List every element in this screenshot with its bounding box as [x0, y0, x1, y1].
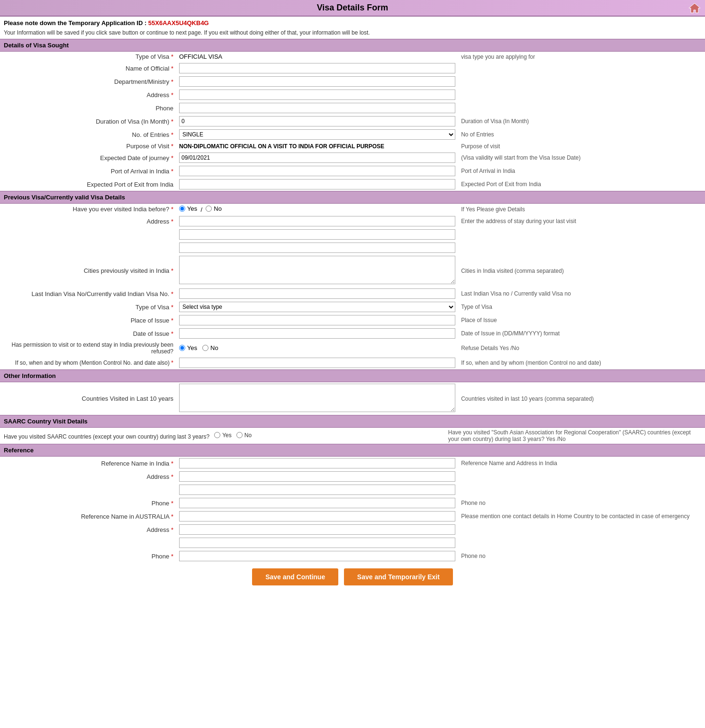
prev-type-of-visa-row: Type of Visa * Select visa type Tourist …	[0, 300, 705, 314]
other-info-table: Countries Visited in Last 10 years Count…	[0, 382, 705, 415]
type-of-visa-label: Type of Visa *	[0, 52, 176, 62]
bottom-buttons-bar: Save and Continue Save and Temporarily E…	[0, 563, 705, 593]
cities-textarea[interactable]	[179, 256, 455, 284]
refused-yes-label[interactable]: Yes	[179, 344, 197, 351]
countries-visited-hint: Countries visited in last 10 years (comm…	[458, 382, 705, 415]
prev-type-of-visa-hint: Type of Visa	[458, 300, 705, 314]
saarc-no-radio[interactable]	[236, 432, 243, 438]
save-exit-button[interactable]: Save and Temporarily Exit	[344, 568, 453, 585]
purpose-value: NON-DIPLOMATIC OFFICIAL ON A VISIT TO IN…	[179, 143, 384, 150]
expected-date-hint: (Visa validity will start from the Visa …	[458, 151, 705, 164]
ref-australia-name-row: Reference Name in AUSTRALIA * Please men…	[0, 510, 705, 523]
date-of-issue-input[interactable]	[179, 328, 455, 339]
reference-table: Reference Name in India * Reference Name…	[0, 457, 705, 563]
prev-type-of-visa-label: Type of Visa *	[0, 300, 176, 314]
duration-label: Duration of Visa (In Month) *	[0, 115, 176, 128]
refused-label: Has permission to visit or to extend sta…	[0, 340, 176, 356]
visited-before-row: Have you ever visited India before? * Ye…	[0, 204, 705, 215]
refused-yes-radio[interactable]	[179, 345, 185, 351]
ref-india-name-label: Reference Name in India *	[0, 457, 176, 470]
visited-no-label[interactable]: No	[206, 205, 222, 212]
last-visa-no-input[interactable]	[179, 288, 455, 299]
save-continue-button[interactable]: Save and Continue	[252, 568, 338, 585]
refused-hint: Refuse Details Yes /No	[458, 340, 705, 356]
ref-australia-address-input2[interactable]	[179, 538, 455, 548]
address-row: Address *	[0, 88, 705, 101]
ref-australia-name-input[interactable]	[179, 511, 455, 521]
saarc-yes-radio[interactable]	[214, 432, 220, 438]
prev-address-hint: Enter the address of stay during your la…	[458, 215, 705, 228]
name-of-official-input[interactable]	[179, 63, 455, 73]
saarc-yes-label[interactable]: Yes	[214, 432, 232, 439]
phone-row: Phone	[0, 101, 705, 115]
section-header-other-info: Other Information	[0, 369, 705, 382]
port-exit-hint: Expected Port of Exit from India	[458, 178, 705, 191]
section-header-saarc: SAARC Country Visit Details	[0, 415, 705, 428]
prev-address-row1: Address * Enter the address of stay duri…	[0, 215, 705, 228]
prev-address-row3	[0, 241, 705, 254]
purpose-hint: Purpose of visit	[458, 141, 705, 151]
ref-australia-phone-input[interactable]	[179, 551, 455, 561]
port-arrival-input[interactable]	[179, 166, 455, 176]
app-id-label: Please note down the Temporary Applicati…	[4, 19, 146, 27]
address-input[interactable]	[179, 90, 455, 100]
ref-india-address-label: Address *	[0, 470, 176, 483]
app-id-row: Please note down the Temporary Applicati…	[0, 17, 705, 28]
ref-india-address-row2	[0, 483, 705, 496]
prev-type-of-visa-select[interactable]: Select visa type Tourist Business Offici…	[179, 302, 455, 312]
refused-no-label[interactable]: No	[202, 344, 218, 351]
ref-india-phone-hint: Phone no	[458, 496, 705, 510]
page-title: Visa Details Form	[317, 3, 389, 12]
department-label: Department/Ministry *	[0, 75, 176, 88]
purpose-label: Purpose of Visit *	[0, 141, 176, 151]
visited-before-label: Have you ever visited India before? *	[0, 204, 176, 215]
ref-india-address-input2[interactable]	[179, 485, 455, 495]
ref-india-name-input[interactable]	[179, 458, 455, 468]
ref-india-phone-label: Phone *	[0, 496, 176, 510]
prev-address-row2	[0, 228, 705, 241]
visited-yes-label[interactable]: Yes	[179, 205, 197, 212]
ref-india-name-row: Reference Name in India * Reference Name…	[0, 457, 705, 470]
type-of-visa-required: *	[171, 53, 173, 60]
expected-date-label: Expected Date of journey *	[0, 151, 176, 164]
info-text: Your Information will be saved if you cl…	[0, 28, 705, 39]
countries-visited-textarea[interactable]	[179, 384, 455, 412]
section-header-reference: Reference	[0, 444, 705, 457]
section-header-previous-visa: Previous Visa/Currently valid Visa Detai…	[0, 191, 705, 204]
department-row: Department/Ministry *	[0, 75, 705, 88]
department-input[interactable]	[179, 76, 455, 87]
details-table: Type of Visa * OFFICIAL VISA visa type y…	[0, 52, 705, 191]
ref-india-address-input1[interactable]	[179, 471, 455, 482]
no-of-entries-row: No. of Entries * SINGLE DOUBLE MULTIPLE …	[0, 128, 705, 141]
expected-date-input[interactable]	[179, 153, 455, 163]
prev-address-input1[interactable]	[179, 216, 455, 226]
prev-address-input3[interactable]	[179, 243, 455, 253]
ref-india-phone-input[interactable]	[179, 498, 455, 508]
type-of-visa-value: OFFICIAL VISA	[176, 52, 458, 62]
phone-input[interactable]	[179, 103, 455, 113]
type-of-visa-hint: visa type you are applying for	[458, 52, 705, 62]
home-icon[interactable]	[688, 1, 701, 15]
visited-yes-radio[interactable]	[179, 206, 185, 212]
duration-input[interactable]	[179, 116, 455, 126]
visited-no-radio[interactable]	[206, 206, 212, 212]
duration-row: Duration of Visa (In Month) * Duration o…	[0, 115, 705, 128]
ref-australia-phone-row: Phone * Phone no	[0, 549, 705, 563]
duration-hint: Duration of Visa (In Month)	[458, 115, 705, 128]
ref-australia-address-row2	[0, 536, 705, 549]
ref-australia-name-label: Reference Name in AUSTRALIA *	[0, 510, 176, 523]
saarc-no-label[interactable]: No	[236, 432, 252, 439]
ref-india-phone-row: Phone * Phone no	[0, 496, 705, 510]
place-of-issue-input[interactable]	[179, 315, 455, 325]
saarc-question-label: Have you visited SAARC countries (except…	[0, 428, 445, 444]
cities-row: Cities previously visited in India * Cit…	[0, 254, 705, 287]
if-so-input[interactable]	[179, 358, 455, 368]
last-visa-no-row: Last Indian Visa No/Currently valid Indi…	[0, 287, 705, 300]
refused-no-radio[interactable]	[202, 345, 208, 351]
ref-australia-address-input1[interactable]	[179, 524, 455, 535]
refused-row: Has permission to visit or to extend sta…	[0, 340, 705, 356]
no-of-entries-select[interactable]: SINGLE DOUBLE MULTIPLE	[179, 129, 455, 140]
prev-address-input2[interactable]	[179, 229, 455, 240]
port-exit-input[interactable]	[179, 179, 455, 189]
date-of-issue-label: Date of Issue *	[0, 327, 176, 340]
